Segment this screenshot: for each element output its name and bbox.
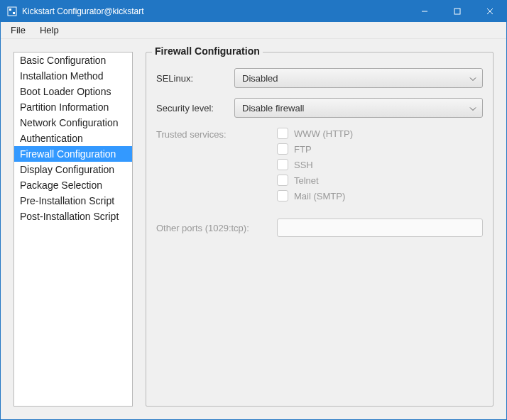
menu-help[interactable]: Help	[33, 23, 66, 37]
content-area: Basic Configuration Installation Method …	[1, 39, 506, 419]
chevron-down-icon	[469, 103, 476, 114]
minimize-button[interactable]	[408, 1, 441, 22]
other-ports-label: Other ports (1029:tcp):	[156, 223, 277, 233]
security-level-select[interactable]: Disable firewall	[234, 98, 483, 118]
main-panel: Firewall Configuration SELinux: Disabled…	[146, 52, 494, 407]
sidebar-item-basic-configuration[interactable]: Basic Configuration	[14, 52, 132, 68]
sidebar-item-installation-method[interactable]: Installation Method	[14, 68, 132, 84]
other-ports-row: Other ports (1029:tcp):	[156, 219, 483, 237]
checkbox-icon	[277, 175, 288, 186]
checkbox-icon	[277, 128, 288, 139]
menu-file[interactable]: File	[4, 23, 33, 37]
service-label: SSH	[294, 160, 313, 170]
close-button[interactable]	[474, 1, 506, 22]
trusted-services-section: Trusted services: WWW (HTTP) FTP SSH Tel…	[156, 128, 483, 201]
sidebar-item-firewall-configuration[interactable]: Firewall Configuration	[14, 146, 132, 162]
service-label: FTP	[294, 144, 312, 155]
chevron-down-icon	[469, 73, 476, 84]
svg-rect-0	[8, 7, 16, 16]
service-www[interactable]: WWW (HTTP)	[277, 128, 483, 139]
sidebar-item-authentication[interactable]: Authentication	[14, 131, 132, 146]
window-title: Kickstart Configurator@kickstart	[22, 6, 408, 16]
service-ftp[interactable]: FTP	[277, 143, 483, 155]
selinux-select[interactable]: Disabled	[234, 68, 483, 88]
menubar: File Help	[1, 22, 506, 39]
checkbox-icon	[277, 143, 288, 155]
security-level-value: Disable firewall	[242, 103, 304, 114]
service-label: Telnet	[294, 175, 319, 186]
trusted-services-list: WWW (HTTP) FTP SSH Telnet Mail (SMTP)	[277, 128, 483, 201]
checkbox-icon	[277, 159, 288, 170]
checkbox-icon	[277, 190, 288, 201]
service-label: WWW (HTTP)	[294, 128, 353, 139]
sidebar: Basic Configuration Installation Method …	[13, 52, 133, 407]
app-icon	[6, 6, 18, 17]
sidebar-item-pre-installation-script[interactable]: Pre-Installation Script	[14, 193, 132, 209]
security-level-label: Security level:	[156, 103, 234, 114]
selinux-label: SELinux:	[156, 73, 234, 84]
service-telnet[interactable]: Telnet	[277, 175, 483, 186]
service-label: Mail (SMTP)	[294, 191, 345, 201]
panel-legend: Firewall Configuration	[152, 45, 263, 57]
service-mail[interactable]: Mail (SMTP)	[277, 190, 483, 201]
maximize-button[interactable]	[441, 1, 474, 22]
svg-rect-4	[454, 9, 460, 14]
sidebar-item-display-configuration[interactable]: Display Configuration	[14, 162, 132, 177]
svg-rect-1	[9, 9, 11, 11]
firewall-fieldset: Firewall Configuration SELinux: Disabled…	[146, 52, 494, 407]
svg-rect-2	[13, 12, 15, 14]
selinux-value: Disabled	[242, 73, 278, 84]
service-ssh[interactable]: SSH	[277, 159, 483, 170]
titlebar: Kickstart Configurator@kickstart	[1, 1, 506, 22]
selinux-row: SELinux: Disabled	[156, 68, 483, 88]
sidebar-item-boot-loader-options[interactable]: Boot Loader Options	[14, 84, 132, 99]
sidebar-item-network-configuration[interactable]: Network Configuration	[14, 115, 132, 131]
sidebar-item-post-installation-script[interactable]: Post-Installation Script	[14, 209, 132, 224]
security-level-row: Security level: Disable firewall	[156, 98, 483, 118]
sidebar-item-partition-information[interactable]: Partition Information	[14, 99, 132, 115]
trusted-services-label: Trusted services:	[156, 128, 277, 201]
sidebar-item-package-selection[interactable]: Package Selection	[14, 177, 132, 193]
other-ports-input[interactable]	[277, 219, 483, 237]
